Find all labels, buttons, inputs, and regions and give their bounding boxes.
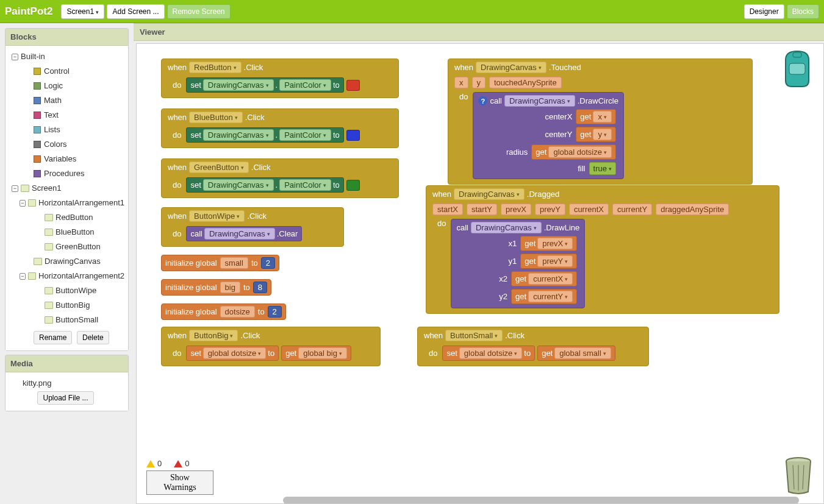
svg-rect-0: [789, 63, 805, 74]
block-buttonbig-click[interactable]: whenButtonBig▾.Click do setglobal dotsiz…: [161, 327, 381, 366]
horizontal-scrollbar[interactable]: [283, 497, 799, 504]
blocks-panel: Blocks −Built-in Control Logic Math Text…: [5, 28, 129, 351]
block-canvas-touched[interactable]: whenDrawingCanvas▾.Touched x y touchedAn…: [448, 59, 753, 185]
block-init-dotsize[interactable]: initialize globaldotsizeto2: [161, 303, 286, 320]
tree-variables[interactable]: Variables: [9, 152, 124, 166]
call-drawcircle[interactable]: ?callDrawingCanvas▾.DrawCircle centerXge…: [473, 92, 623, 179]
tree-greenbutton[interactable]: GreenButton: [9, 240, 124, 254]
block-greenbutton-click[interactable]: whenGreenButton▾.Click do setDrawingCanv…: [161, 158, 399, 198]
block-init-small[interactable]: initialize globalsmallto2: [161, 255, 279, 271]
tree-bluebutton[interactable]: BlueButton: [9, 225, 124, 240]
color-swatch-blue: [346, 130, 360, 141]
blocks-panel-title: Blocks: [5, 29, 128, 46]
blocks-canvas[interactable]: whenRedButton▾.Click do setDrawingCanvas…: [136, 43, 824, 504]
collapse-icon[interactable]: −: [12, 185, 18, 192]
upload-file-button[interactable]: Upload File ...: [37, 391, 93, 405]
remove-screen-button[interactable]: Remove Screen: [167, 4, 231, 19]
app-title: PaintPot2: [5, 5, 52, 18]
call-drawline[interactable]: callDrawingCanvas▾.DrawLine x1getprevX▾ …: [451, 219, 585, 308]
svg-rect-1: [793, 52, 801, 57]
tree-ha2[interactable]: −HorizontalArrangement2: [9, 269, 124, 283]
param-touchedanysprite: touchedAnySprite: [489, 77, 562, 88]
tree-buttonwipe[interactable]: ButtonWipe: [9, 283, 124, 298]
tree-drawingcanvas[interactable]: DrawingCanvas: [9, 254, 124, 269]
color-swatch-green: [346, 180, 360, 191]
collapse-icon[interactable]: −: [20, 200, 26, 207]
warning-icon: [146, 460, 155, 467]
block-buttonwipe-click[interactable]: whenButtonWipe▾.Click do callDrawingCanv…: [161, 207, 344, 247]
warnings-bar: 0 0 Show Warnings: [146, 459, 213, 495]
collapse-icon[interactable]: −: [12, 54, 18, 60]
collapse-icon[interactable]: −: [20, 273, 26, 280]
add-screen-button[interactable]: Add Screen ...: [107, 4, 164, 19]
blocks-tab[interactable]: Blocks: [787, 4, 819, 19]
tree-procedures[interactable]: Procedures: [9, 166, 124, 181]
designer-tab[interactable]: Designer: [744, 4, 784, 19]
help-icon[interactable]: ?: [478, 96, 487, 105]
tree-builtin[interactable]: −Built-in: [9, 49, 124, 64]
block-init-big[interactable]: initialize globalbigto8: [161, 279, 271, 296]
tree-screen1[interactable]: −Screen1: [9, 181, 124, 196]
param-x: x: [454, 77, 468, 88]
viewer-title: Viewer: [134, 23, 824, 41]
color-swatch-red: [346, 80, 360, 91]
top-bar: PaintPot2 Screen1 ▾ Add Screen ... Remov…: [0, 0, 824, 23]
block-redbutton-click[interactable]: whenRedButton▾.Click do setDrawingCanvas…: [161, 59, 399, 98]
backpack-icon[interactable]: [778, 49, 816, 91]
param-y: y: [472, 77, 486, 88]
tree-buttonbig[interactable]: ButtonBig: [9, 298, 124, 313]
block-bluebutton-click[interactable]: whenBlueButton▾.Click do setDrawingCanva…: [161, 108, 399, 148]
trash-icon[interactable]: [782, 456, 815, 497]
tree-text[interactable]: Text: [9, 108, 124, 122]
rename-button[interactable]: Rename: [34, 331, 72, 344]
media-file[interactable]: kitty.png: [9, 376, 124, 389]
screen-dropdown[interactable]: Screen1 ▾: [61, 4, 104, 19]
tree-control[interactable]: Control: [9, 64, 124, 79]
tree-buttonsmall[interactable]: ButtonSmall: [9, 313, 124, 327]
tree-ha1[interactable]: −HorizontalArrangement1: [9, 196, 124, 210]
tree-redbutton[interactable]: RedButton: [9, 210, 124, 225]
block-buttonsmall-click[interactable]: whenButtonSmall▾.Click do setglobal dots…: [417, 327, 649, 366]
block-canvas-dragged[interactable]: whenDrawingCanvas▾.Dragged startX startY…: [426, 185, 779, 314]
sidebar: Blocks −Built-in Control Logic Math Text…: [0, 23, 134, 504]
tree-colors[interactable]: Colors: [9, 137, 124, 152]
error-icon: [174, 460, 182, 467]
media-panel-title: Media: [5, 355, 128, 372]
show-warnings-button[interactable]: Show Warnings: [146, 470, 213, 495]
tree-logic[interactable]: Logic: [9, 79, 124, 93]
tree-lists[interactable]: Lists: [9, 122, 124, 137]
delete-button[interactable]: Delete: [77, 331, 109, 344]
tree-math[interactable]: Math: [9, 93, 124, 108]
media-panel: Media kitty.png Upload File ...: [5, 355, 129, 411]
